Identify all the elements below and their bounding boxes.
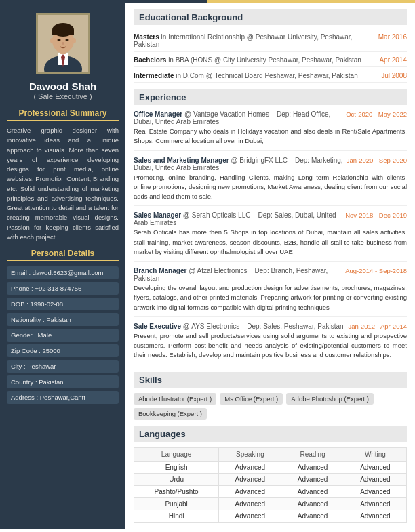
lang-row: PunjabiAdvancedAdvancedAdvanced bbox=[134, 497, 407, 510]
edu-degree: Masters bbox=[134, 33, 159, 41]
svg-point-12 bbox=[72, 38, 76, 43]
name-section: Dawood Shah ( Sale Executive ) bbox=[7, 81, 119, 100]
exp-header: Sale Executive @ AYS Electronics Dep: Sa… bbox=[134, 323, 407, 330]
experience-list: Office Manager @ Vantage Vacation Homes … bbox=[134, 110, 407, 365]
lang-level: Advanced bbox=[219, 461, 281, 473]
svg-rect-7 bbox=[52, 30, 74, 35]
education-item: Bachelors in BBA (HONS @ City University… bbox=[134, 54, 407, 67]
lang-column-header: Reading bbox=[281, 447, 344, 461]
zip-item: Zip Code : 25000 bbox=[7, 344, 119, 357]
exp-header: Sales Manager @ Serah Opticals LLC Dep: … bbox=[134, 211, 407, 226]
edu-left: Intermediate in D.Com @ Technical Board … bbox=[134, 72, 378, 79]
edu-date: Jul 2008 bbox=[381, 72, 407, 79]
edu-field: in D.Com bbox=[176, 72, 204, 79]
lang-level: Advanced bbox=[344, 485, 406, 497]
lang-level: Advanced bbox=[281, 510, 344, 522]
lang-level: Advanced bbox=[219, 473, 281, 485]
svg-point-10 bbox=[62, 42, 64, 45]
country-item: Country : Pakistan bbox=[7, 375, 119, 388]
education-item: Masters in International Relationship @ … bbox=[134, 30, 407, 52]
experience-item: Sales and Marketing Manager @ BridgingFX… bbox=[134, 157, 407, 207]
gender-item: Gender : Male bbox=[7, 329, 119, 342]
city-item: City : Peshawar bbox=[7, 360, 119, 373]
lang-level: Advanced bbox=[344, 497, 406, 510]
edu-university: @ Technical Board Peshawar, Peshawar, Pa… bbox=[206, 72, 358, 79]
edu-degree: Intermediate bbox=[134, 72, 174, 79]
edu-left: Masters in International Relationship @ … bbox=[134, 33, 375, 48]
avatar-wrapper bbox=[7, 13, 119, 74]
exp-date: Jan-2012 - Apr-2014 bbox=[348, 323, 407, 330]
exp-description: Serah Opticals has more then 5 Shops in … bbox=[134, 228, 407, 257]
edu-left: Bachelors in BBA (HONS @ City University… bbox=[134, 56, 376, 64]
exp-title-line: Sales Manager @ Serah Opticals LLC Dep: … bbox=[134, 211, 342, 226]
lang-name: Punjabi bbox=[134, 497, 219, 510]
svg-point-11 bbox=[50, 38, 54, 43]
experience-item: Sales Manager @ Serah Opticals LLC Dep: … bbox=[134, 211, 407, 262]
lang-column-header: Writing bbox=[344, 447, 406, 461]
lang-level: Advanced bbox=[219, 497, 281, 510]
edu-degree: Bachelors bbox=[134, 56, 166, 64]
lang-level: Advanced bbox=[344, 510, 406, 522]
skill-badge: Adobe Photoshop (Expert ) bbox=[286, 393, 374, 405]
exp-job-title: Sales and Marketing Manager bbox=[134, 157, 229, 164]
lang-row: Pashto/PushtoAdvancedAdvancedAdvanced bbox=[134, 485, 407, 497]
skills-heading: Skills bbox=[134, 372, 407, 388]
svg-point-8 bbox=[57, 39, 60, 41]
avatar bbox=[36, 13, 90, 74]
left-column: Dawood Shah ( Sale Executive ) Professio… bbox=[0, 3, 125, 529]
right-column: Educational Background Masters in Intern… bbox=[125, 3, 415, 529]
exp-description: Real Estate Company who deals in Holiday… bbox=[134, 127, 407, 146]
edu-field: in BBA (HONS bbox=[168, 56, 212, 64]
person-name: Dawood Shah bbox=[7, 81, 119, 92]
lang-level: Advanced bbox=[281, 485, 344, 497]
experience-item: Sale Executive @ AYS Electronics Dep: Sa… bbox=[134, 323, 407, 365]
exp-header: Sales and Marketing Manager @ BridgingFX… bbox=[134, 157, 407, 171]
education-item: Intermediate in D.Com @ Technical Board … bbox=[134, 69, 407, 83]
exp-date: Jan-2020 - Sep-2020 bbox=[347, 157, 407, 164]
exp-header: Branch Manager @ Afzal Electronics Dep: … bbox=[134, 267, 407, 282]
exp-date: Aug-2014 - Sep-2018 bbox=[345, 267, 407, 274]
skill-badge: Ms Office (Expert ) bbox=[220, 393, 283, 405]
edu-date: Mar 2016 bbox=[378, 33, 407, 41]
edu-field: in International Relationship bbox=[161, 33, 245, 41]
lang-name: Urdu bbox=[134, 473, 219, 485]
lang-level: Advanced bbox=[281, 497, 344, 510]
exp-date: Nov-2018 - Dec-2019 bbox=[345, 211, 407, 219]
summary-text: Creative graphic designer with innovativ… bbox=[7, 126, 119, 242]
exp-job-title: Office Manager bbox=[134, 110, 182, 118]
exp-job-title: Sales Manager bbox=[134, 211, 181, 219]
address-item: Address : Peshawar,Cantt bbox=[7, 391, 119, 404]
exp-description: Developing the overall layout and produc… bbox=[134, 283, 407, 312]
summary-heading: Professional Summary bbox=[7, 108, 119, 121]
dob-item: DOB : 1990-02-08 bbox=[7, 298, 119, 310]
education-list: Masters in International Relationship @ … bbox=[134, 30, 407, 83]
edu-date: Apr 2014 bbox=[379, 56, 407, 64]
exp-job-title: Sale Executive bbox=[134, 323, 181, 330]
exp-job-title: Branch Manager bbox=[134, 267, 186, 274]
svg-point-9 bbox=[65, 39, 68, 41]
experience-item: Office Manager @ Vantage Vacation Homes … bbox=[134, 110, 407, 151]
skill-badge: Abode Illustrator (Expert ) bbox=[134, 393, 216, 405]
lang-level: Advanced bbox=[219, 485, 281, 497]
lang-level: Advanced bbox=[281, 461, 344, 473]
experience-heading: Experience bbox=[134, 89, 407, 105]
personal-details-list: Email : dawod.5623@gmail.com Phone : +92… bbox=[7, 266, 119, 404]
exp-date: Oct-2020 - May-2022 bbox=[346, 110, 407, 118]
nationality-item: Nationality : Pakistan bbox=[7, 313, 119, 326]
lang-row: HindiAdvancedAdvancedAdvanced bbox=[134, 510, 407, 522]
resume-body: Dawood Shah ( Sale Executive ) Professio… bbox=[0, 3, 415, 529]
exp-description: Present, promote and sell products/servi… bbox=[134, 331, 407, 361]
languages-table: LanguageSpeakingReadingWritingEnglishAdv… bbox=[134, 447, 407, 523]
lang-row: EnglishAdvancedAdvancedAdvanced bbox=[134, 461, 407, 473]
exp-title-line: Sales and Marketing Manager @ BridgingFX… bbox=[134, 157, 343, 171]
exp-title-line: Office Manager @ Vantage Vacation Homes … bbox=[134, 110, 342, 125]
skills-container: Abode Illustrator (Expert )Ms Office (Ex… bbox=[134, 393, 407, 420]
exp-title-line: Sale Executive @ AYS Electronics Dep: Sa… bbox=[134, 323, 344, 330]
lang-level: Advanced bbox=[344, 461, 406, 473]
lang-row: UrduAdvancedAdvancedAdvanced bbox=[134, 473, 407, 485]
lang-name: Hindi bbox=[134, 510, 219, 522]
exp-header: Office Manager @ Vantage Vacation Homes … bbox=[134, 110, 407, 125]
phone-item: Phone : +92 313 874756 bbox=[7, 282, 119, 295]
resume-wrapper: Dawood Shah ( Sale Executive ) Professio… bbox=[0, 0, 415, 532]
exp-company: @ AYS Electronics Dep: Sales, Peshawar, … bbox=[183, 323, 344, 330]
